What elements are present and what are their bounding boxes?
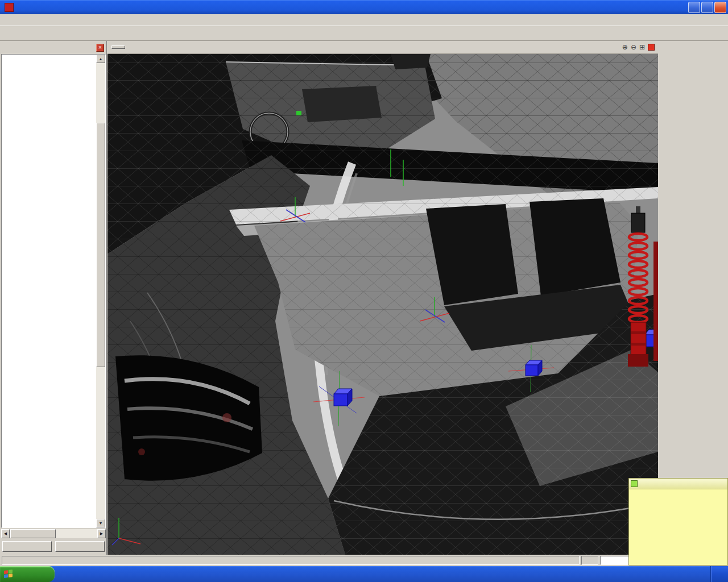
title-bar — [0, 0, 728, 14]
sticky-note-icon — [631, 480, 638, 487]
show-all-button[interactable] — [2, 541, 52, 552]
status-message — [2, 556, 580, 565]
tree-vertical-scrollbar[interactable]: ▲ ▼ — [96, 55, 105, 527]
scroll-left-icon[interactable]: ◀ — [1, 529, 10, 538]
car-body-mesh[interactable] — [107, 54, 658, 555]
zoom-out-icon[interactable]: ⊖ — [631, 43, 636, 51]
scene-tree-panel: × ▲ ▼ ◀ ▶ — [0, 41, 107, 555]
tree-horizontal-scrollbar[interactable]: ◀ ▶ — [1, 529, 106, 538]
menu-bar — [0, 14, 728, 26]
zoom-in-icon[interactable]: ⊕ — [622, 43, 628, 51]
scroll-down-icon[interactable]: ▼ — [96, 519, 105, 527]
minimize-button[interactable] — [688, 2, 700, 13]
windows-logo-icon — [4, 569, 13, 579]
app-icon — [5, 3, 14, 12]
viewport-header: ⊕ ⊖ ⊞ — [107, 41, 658, 54]
scrollbar-thumb[interactable] — [10, 529, 56, 538]
sticky-note-titlebar[interactable] — [629, 479, 727, 489]
viewport-3d-scene[interactable] — [107, 54, 658, 555]
scroll-up-icon[interactable]: ▲ — [96, 55, 105, 63]
maximize-button[interactable] — [701, 2, 713, 13]
hide-all-button[interactable] — [55, 541, 105, 552]
status-bar — [0, 555, 728, 566]
close-button[interactable] — [714, 2, 726, 13]
sticky-note[interactable] — [628, 478, 728, 566]
sticky-note-body[interactable] — [629, 489, 727, 495]
status-empty-box — [581, 556, 598, 565]
active-viewport-indicator[interactable] — [648, 44, 655, 51]
taskbar — [0, 566, 728, 582]
viewport-3d[interactable] — [107, 54, 658, 555]
scrollbar-thumb[interactable] — [96, 123, 105, 367]
scroll-right-icon[interactable]: ▶ — [97, 529, 106, 538]
panel-close-icon[interactable]: × — [96, 44, 104, 52]
perspective-view-button[interactable] — [111, 45, 125, 49]
system-tray — [710, 566, 728, 582]
start-button[interactable] — [0, 566, 55, 582]
maximize-view-icon[interactable]: ⊞ — [639, 43, 645, 51]
scene-tree: ▲ ▼ — [1, 54, 106, 528]
toolbar — [0, 26, 728, 41]
